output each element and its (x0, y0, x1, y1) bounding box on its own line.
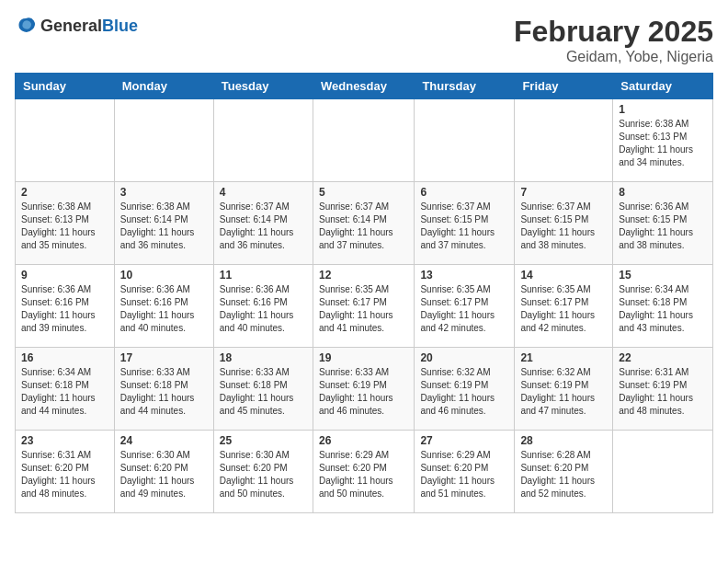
week-row-2: 2Sunrise: 6:38 AM Sunset: 6:13 PM Daylig… (16, 182, 713, 265)
day-info: Sunrise: 6:37 AM Sunset: 6:14 PM Dayligh… (319, 201, 408, 252)
day-number: 20 (420, 351, 508, 364)
calendar-cell: 8Sunrise: 6:36 AM Sunset: 6:15 PM Daylig… (613, 182, 713, 265)
day-number: 9 (21, 269, 108, 282)
weekday-header-row: SundayMondayTuesdayWednesdayThursdayFrid… (16, 74, 713, 99)
logo-general-text: General (40, 17, 102, 35)
day-info: Sunrise: 6:30 AM Sunset: 6:20 PM Dayligh… (220, 449, 307, 500)
weekday-header-thursday: Thursday (415, 74, 515, 99)
calendar-cell (515, 99, 613, 182)
day-number: 19 (319, 351, 408, 364)
week-row-5: 23Sunrise: 6:31 AM Sunset: 6:20 PM Dayli… (16, 431, 713, 513)
calendar-cell: 24Sunrise: 6:30 AM Sunset: 6:20 PM Dayli… (114, 431, 213, 513)
calendar-cell: 22Sunrise: 6:31 AM Sunset: 6:19 PM Dayli… (613, 348, 713, 431)
calendar-cell: 1Sunrise: 6:38 AM Sunset: 6:13 PM Daylig… (613, 99, 713, 182)
week-row-4: 16Sunrise: 6:34 AM Sunset: 6:18 PM Dayli… (16, 348, 713, 431)
calendar-cell: 20Sunrise: 6:32 AM Sunset: 6:19 PM Dayli… (415, 348, 515, 431)
day-info: Sunrise: 6:31 AM Sunset: 6:19 PM Dayligh… (619, 366, 707, 418)
day-info: Sunrise: 6:29 AM Sunset: 6:20 PM Dayligh… (319, 449, 408, 500)
calendar-cell: 3Sunrise: 6:38 AM Sunset: 6:14 PM Daylig… (114, 182, 213, 265)
day-info: Sunrise: 6:36 AM Sunset: 6:16 PM Dayligh… (120, 283, 208, 335)
weekday-header-monday: Monday (114, 74, 213, 99)
day-number: 24 (120, 434, 208, 447)
calendar-cell: 28Sunrise: 6:28 AM Sunset: 6:20 PM Dayli… (515, 431, 613, 513)
day-info: Sunrise: 6:36 AM Sunset: 6:16 PM Dayligh… (21, 283, 108, 335)
calendar-cell: 7Sunrise: 6:37 AM Sunset: 6:15 PM Daylig… (515, 182, 613, 265)
calendar-cell: 25Sunrise: 6:30 AM Sunset: 6:20 PM Dayli… (213, 431, 313, 513)
day-info: Sunrise: 6:35 AM Sunset: 6:17 PM Dayligh… (520, 283, 607, 335)
calendar-cell: 2Sunrise: 6:38 AM Sunset: 6:13 PM Daylig… (16, 182, 115, 265)
day-info: Sunrise: 6:33 AM Sunset: 6:19 PM Dayligh… (319, 366, 408, 418)
day-number: 10 (120, 269, 208, 282)
calendar-cell: 13Sunrise: 6:35 AM Sunset: 6:17 PM Dayli… (415, 265, 515, 348)
day-number: 7 (520, 186, 607, 199)
calendar-cell (313, 99, 414, 182)
calendar-cell (16, 99, 115, 182)
page-header: GeneralBlue February 2025 Geidam, Yobe, … (15, 15, 713, 65)
calendar-cell: 17Sunrise: 6:33 AM Sunset: 6:18 PM Dayli… (114, 348, 213, 431)
week-row-3: 9Sunrise: 6:36 AM Sunset: 6:16 PM Daylig… (16, 265, 713, 348)
day-number: 15 (619, 269, 707, 282)
day-info: Sunrise: 6:29 AM Sunset: 6:20 PM Dayligh… (420, 449, 508, 500)
calendar-cell: 27Sunrise: 6:29 AM Sunset: 6:20 PM Dayli… (415, 431, 515, 513)
day-number: 21 (520, 351, 607, 364)
week-row-1: 1Sunrise: 6:38 AM Sunset: 6:13 PM Daylig… (16, 99, 713, 182)
day-info: Sunrise: 6:38 AM Sunset: 6:13 PM Dayligh… (619, 118, 707, 169)
weekday-header-friday: Friday (515, 74, 613, 99)
day-number: 22 (619, 351, 707, 364)
day-info: Sunrise: 6:34 AM Sunset: 6:18 PM Dayligh… (21, 366, 108, 418)
calendar-cell: 21Sunrise: 6:32 AM Sunset: 6:19 PM Dayli… (515, 348, 613, 431)
calendar-cell: 5Sunrise: 6:37 AM Sunset: 6:14 PM Daylig… (313, 182, 414, 265)
calendar-cell: 15Sunrise: 6:34 AM Sunset: 6:18 PM Dayli… (613, 265, 713, 348)
day-info: Sunrise: 6:37 AM Sunset: 6:15 PM Dayligh… (420, 201, 508, 252)
calendar-cell: 4Sunrise: 6:37 AM Sunset: 6:14 PM Daylig… (213, 182, 313, 265)
weekday-header-tuesday: Tuesday (213, 74, 313, 99)
day-number: 27 (420, 434, 508, 447)
day-info: Sunrise: 6:28 AM Sunset: 6:20 PM Dayligh… (520, 449, 607, 500)
day-number: 3 (120, 186, 208, 199)
logo-blue-text: Blue (102, 17, 138, 35)
day-info: Sunrise: 6:33 AM Sunset: 6:18 PM Dayligh… (120, 366, 208, 418)
day-number: 17 (120, 351, 208, 364)
day-number: 1 (619, 103, 707, 116)
calendar-cell: 26Sunrise: 6:29 AM Sunset: 6:20 PM Dayli… (313, 431, 414, 513)
calendar-cell: 6Sunrise: 6:37 AM Sunset: 6:15 PM Daylig… (415, 182, 515, 265)
weekday-header-wednesday: Wednesday (313, 74, 414, 99)
calendar-cell: 12Sunrise: 6:35 AM Sunset: 6:17 PM Dayli… (313, 265, 414, 348)
day-info: Sunrise: 6:34 AM Sunset: 6:18 PM Dayligh… (619, 283, 707, 335)
day-number: 11 (220, 269, 307, 282)
calendar-table: SundayMondayTuesdayWednesdayThursdayFrid… (15, 73, 713, 513)
calendar-cell: 16Sunrise: 6:34 AM Sunset: 6:18 PM Dayli… (16, 348, 115, 431)
calendar-cell (415, 99, 515, 182)
day-info: Sunrise: 6:38 AM Sunset: 6:14 PM Dayligh… (120, 201, 208, 252)
logo-icon (15, 15, 37, 37)
day-info: Sunrise: 6:30 AM Sunset: 6:20 PM Dayligh… (120, 449, 208, 500)
day-info: Sunrise: 6:32 AM Sunset: 6:19 PM Dayligh… (520, 366, 607, 418)
weekday-header-saturday: Saturday (613, 74, 713, 99)
day-info: Sunrise: 6:35 AM Sunset: 6:17 PM Dayligh… (319, 283, 408, 335)
day-info: Sunrise: 6:37 AM Sunset: 6:14 PM Dayligh… (220, 201, 307, 252)
day-number: 12 (319, 269, 408, 282)
day-number: 14 (520, 269, 607, 282)
day-info: Sunrise: 6:36 AM Sunset: 6:15 PM Dayligh… (619, 201, 707, 252)
day-number: 26 (319, 434, 408, 447)
calendar-cell (213, 99, 313, 182)
day-info: Sunrise: 6:33 AM Sunset: 6:18 PM Dayligh… (220, 366, 307, 418)
location-title: Geidam, Yobe, Nigeria (514, 49, 713, 65)
day-number: 25 (220, 434, 307, 447)
calendar-cell: 11Sunrise: 6:36 AM Sunset: 6:16 PM Dayli… (213, 265, 313, 348)
calendar-cell: 9Sunrise: 6:36 AM Sunset: 6:16 PM Daylig… (16, 265, 115, 348)
day-number: 2 (21, 186, 108, 199)
day-info: Sunrise: 6:37 AM Sunset: 6:15 PM Dayligh… (520, 201, 607, 252)
month-title: February 2025 (514, 15, 713, 49)
day-info: Sunrise: 6:36 AM Sunset: 6:16 PM Dayligh… (220, 283, 307, 335)
calendar-cell: 23Sunrise: 6:31 AM Sunset: 6:20 PM Dayli… (16, 431, 115, 513)
calendar-cell: 18Sunrise: 6:33 AM Sunset: 6:18 PM Dayli… (213, 348, 313, 431)
day-info: Sunrise: 6:31 AM Sunset: 6:20 PM Dayligh… (21, 449, 108, 500)
day-number: 13 (420, 269, 508, 282)
day-number: 8 (619, 186, 707, 199)
logo: GeneralBlue (15, 15, 138, 37)
day-number: 5 (319, 186, 408, 199)
day-info: Sunrise: 6:38 AM Sunset: 6:13 PM Dayligh… (21, 201, 108, 252)
calendar-cell (613, 431, 713, 513)
day-number: 6 (420, 186, 508, 199)
